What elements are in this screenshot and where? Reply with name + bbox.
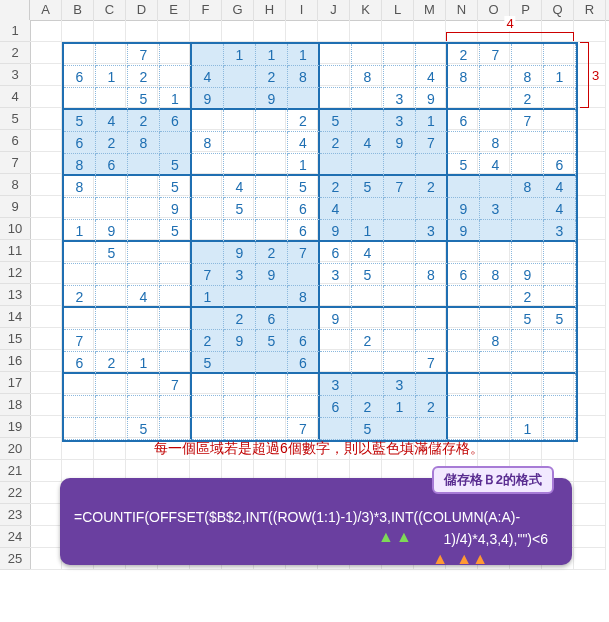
sudoku-cell[interactable]: [480, 374, 512, 396]
sudoku-cell[interactable]: 7: [128, 44, 160, 66]
sudoku-cell[interactable]: [96, 308, 128, 330]
sudoku-cell[interactable]: 6: [96, 154, 128, 176]
sudoku-cell[interactable]: 9: [512, 264, 544, 286]
sudoku-cell[interactable]: [128, 176, 160, 198]
sudoku-cell[interactable]: 5: [128, 88, 160, 110]
sudoku-cell[interactable]: [64, 242, 96, 264]
sudoku-cell[interactable]: [544, 286, 576, 308]
sudoku-cell[interactable]: [384, 308, 416, 330]
sudoku-cell[interactable]: 5: [160, 220, 192, 242]
sudoku-cell[interactable]: [256, 286, 288, 308]
sudoku-cell[interactable]: [224, 352, 256, 374]
col-header-G[interactable]: G: [222, 0, 254, 20]
sudoku-cell[interactable]: [288, 88, 320, 110]
sudoku-cell[interactable]: [224, 374, 256, 396]
sudoku-cell[interactable]: 8: [192, 132, 224, 154]
sudoku-cell[interactable]: 2: [320, 132, 352, 154]
sudoku-cell[interactable]: [192, 154, 224, 176]
sudoku-cell[interactable]: [352, 154, 384, 176]
sudoku-cell[interactable]: 9: [448, 198, 480, 220]
col-header-A[interactable]: A: [30, 0, 62, 20]
sudoku-cell[interactable]: [384, 330, 416, 352]
sudoku-cell[interactable]: 1: [544, 66, 576, 88]
sudoku-cell[interactable]: [320, 66, 352, 88]
sudoku-cell[interactable]: [512, 374, 544, 396]
row-header-25[interactable]: 25: [0, 548, 30, 570]
sudoku-cell[interactable]: 8: [64, 176, 96, 198]
col-header-D[interactable]: D: [126, 0, 158, 20]
sudoku-cell[interactable]: 8: [480, 264, 512, 286]
row-header-17[interactable]: 17: [0, 372, 30, 394]
sudoku-cell[interactable]: 5: [320, 110, 352, 132]
sudoku-cell[interactable]: 1: [352, 220, 384, 242]
sudoku-cell[interactable]: 3: [384, 110, 416, 132]
sudoku-cell[interactable]: [192, 110, 224, 132]
sudoku-cell[interactable]: 9: [160, 198, 192, 220]
sudoku-cell[interactable]: 4: [544, 198, 576, 220]
sudoku-cell[interactable]: [544, 132, 576, 154]
sudoku-cell[interactable]: 2: [96, 352, 128, 374]
sudoku-cell[interactable]: 6: [448, 110, 480, 132]
sudoku-cell[interactable]: 6: [288, 330, 320, 352]
sudoku-cell[interactable]: [544, 110, 576, 132]
select-all-corner[interactable]: [0, 0, 30, 20]
sudoku-cell[interactable]: [256, 176, 288, 198]
sudoku-cell[interactable]: [320, 418, 352, 440]
sudoku-cell[interactable]: [224, 110, 256, 132]
sudoku-cell[interactable]: 5: [224, 198, 256, 220]
sudoku-cell[interactable]: [512, 242, 544, 264]
sudoku-cell[interactable]: [96, 44, 128, 66]
sudoku-cell[interactable]: [384, 242, 416, 264]
sudoku-cell[interactable]: [448, 308, 480, 330]
sudoku-cell[interactable]: [96, 286, 128, 308]
col-header-C[interactable]: C: [94, 0, 126, 20]
sudoku-cell[interactable]: 8: [288, 66, 320, 88]
sudoku-cell[interactable]: [544, 418, 576, 440]
sudoku-cell[interactable]: 8: [448, 66, 480, 88]
row-header-8[interactable]: 8: [0, 174, 30, 196]
sudoku-cell[interactable]: 6: [448, 264, 480, 286]
sudoku-cell[interactable]: [448, 242, 480, 264]
sudoku-cell[interactable]: 4: [288, 132, 320, 154]
sudoku-cell[interactable]: 2: [416, 176, 448, 198]
sudoku-cell[interactable]: [160, 66, 192, 88]
sudoku-cell[interactable]: 2: [96, 132, 128, 154]
sudoku-cell[interactable]: [192, 198, 224, 220]
sudoku-cell[interactable]: 4: [352, 132, 384, 154]
sudoku-cell[interactable]: 6: [288, 220, 320, 242]
sudoku-cell[interactable]: 4: [416, 66, 448, 88]
sudoku-cell[interactable]: [256, 396, 288, 418]
sudoku-cell[interactable]: [448, 418, 480, 440]
sudoku-cell[interactable]: 9: [448, 220, 480, 242]
sudoku-cell[interactable]: 6: [288, 198, 320, 220]
sudoku-cell[interactable]: [352, 352, 384, 374]
sudoku-cell[interactable]: 2: [128, 66, 160, 88]
row-header-18[interactable]: 18: [0, 394, 30, 416]
row-header-15[interactable]: 15: [0, 328, 30, 350]
sudoku-cell[interactable]: 5: [512, 308, 544, 330]
sudoku-cell[interactable]: [544, 88, 576, 110]
sudoku-cell[interactable]: [320, 286, 352, 308]
sudoku-cell[interactable]: [448, 176, 480, 198]
row-header-20[interactable]: 20: [0, 438, 30, 460]
sudoku-cell[interactable]: 2: [416, 396, 448, 418]
col-header-L[interactable]: L: [382, 0, 414, 20]
sudoku-cell[interactable]: 6: [320, 242, 352, 264]
sudoku-cell[interactable]: 3: [384, 374, 416, 396]
sudoku-cell[interactable]: 7: [64, 330, 96, 352]
sudoku-cell[interactable]: [192, 176, 224, 198]
sudoku-cell[interactable]: 5: [544, 308, 576, 330]
sudoku-cell[interactable]: [256, 352, 288, 374]
sudoku-cell[interactable]: 5: [256, 330, 288, 352]
col-header-K[interactable]: K: [350, 0, 382, 20]
sudoku-cell[interactable]: 4: [352, 242, 384, 264]
sudoku-cell[interactable]: [480, 220, 512, 242]
sudoku-cell[interactable]: 3: [544, 220, 576, 242]
sudoku-cell[interactable]: [64, 396, 96, 418]
sudoku-cell[interactable]: [480, 66, 512, 88]
sudoku-cell[interactable]: [256, 132, 288, 154]
sudoku-cell[interactable]: 5: [352, 176, 384, 198]
sudoku-cell[interactable]: 9: [320, 220, 352, 242]
sudoku-cell[interactable]: 5: [160, 154, 192, 176]
row-header-14[interactable]: 14: [0, 306, 30, 328]
